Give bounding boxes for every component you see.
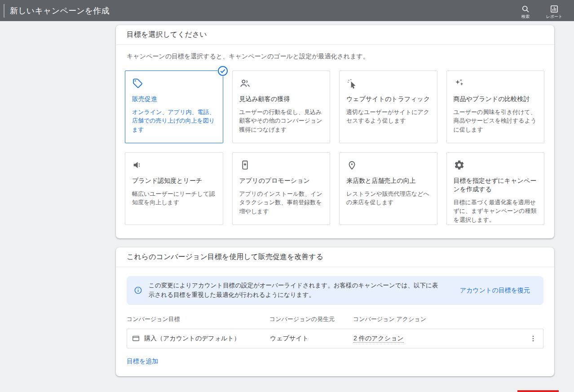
restore-account-goals-link[interactable]: アカウントの目標を復元 (460, 286, 536, 295)
header-actions: 検索 レポート (514, 2, 570, 20)
goal-title: 見込み顧客の獲得 (239, 95, 323, 103)
goal-description: 目標に基づく最適化案を適用せずに、まずキャンペーンの種類を選択します。 (454, 198, 538, 225)
report-icon (550, 4, 559, 13)
column-header-actions: コンバージョン アクション (353, 315, 543, 323)
goal-title: アプリのプロモーション (239, 176, 323, 185)
search-button[interactable]: 検索 (514, 2, 537, 20)
purchase-card-icon (132, 334, 140, 343)
goal-description: ユーザーの興味を引き付けて、商品やサービスを検討するように促します (454, 108, 538, 134)
conversion-card-title: これらのコンバージョン目標を使用して販売促進を改善する (116, 247, 554, 267)
conversion-table-row: 購入（アカウントのデフォルト） ウェブサイト 2 件のアクション (127, 329, 543, 348)
goal-title: ウェブサイトのトラフィック (346, 95, 430, 103)
selected-check-icon (217, 66, 228, 76)
goal-description: レストランや販売代理店などへの来店を促します (346, 189, 430, 207)
tag-icon (132, 78, 216, 89)
location-pin-icon (346, 159, 430, 171)
app-header: 新しいキャンペーンを作成 検索 レポート (0, 0, 574, 21)
row-menu-button[interactable] (529, 335, 538, 343)
goal-description: アプリのインストール数、インタラクション数、事前登録数を増やします (239, 189, 323, 216)
add-goal-link[interactable]: 目標を追加 (127, 357, 158, 365)
conversion-goal-cell: 購入（アカウントのデフォルト） (132, 334, 270, 343)
override-notice-banner: この変更によりアカウント目標の設定がオーバーライドされます。お客様のキャンペーン… (127, 276, 543, 305)
goal-tile-website-traffic[interactable]: ウェブサイトのトラフィック 適切なユーザーがサイトにアクセスするよう促します (339, 70, 437, 143)
goal-tile-sales[interactable]: 販売促進 オンライン、アプリ内、電話、店舗での売り上げの向上を図ります (125, 70, 223, 143)
report-button[interactable]: レポート (543, 2, 566, 20)
goal-description: 適切なユーザーがサイトにアクセスするよう促します (346, 108, 430, 125)
goal-tile-app-promotion[interactable]: アプリのプロモーション アプリのインストール数、インタラクション数、事前登録数を… (232, 152, 331, 225)
sparkles-icon (454, 78, 538, 89)
annotation-highlight-box (517, 390, 559, 392)
conversion-goals-card: これらのコンバージョン目標を使用して販売促進を改善する この変更によりアカウント… (116, 247, 554, 376)
cursor-click-icon (346, 78, 430, 89)
column-header-goal: コンバージョン目標 (127, 315, 269, 323)
gear-icon (454, 159, 538, 171)
goal-title: ブランド認知度とリーチ (132, 176, 216, 185)
goals-grid: 販売促進 オンライン、アプリ内、電話、店舗での売り上げの向上を図ります 見込み顧… (116, 69, 554, 238)
page: 新しいキャンペーンを作成 検索 レポート 目標を選択してください キャンペーンの… (0, 0, 574, 392)
goal-tile-brand-awareness[interactable]: ブランド認知度とリーチ 幅広いユーザーにリーチして認知度を向上します (125, 152, 223, 225)
goal-description: オンライン、アプリ内、電話、店舗での売り上げの向上を図ります (132, 108, 216, 134)
conversion-actions-link[interactable]: 2 件のアクション (353, 335, 404, 343)
page-title: 新しいキャンペーンを作成 (10, 5, 110, 16)
phone-install-icon (239, 159, 323, 171)
conversion-goal-label: 購入（アカウントのデフォルト） (144, 335, 240, 343)
goal-title: 目標を指定せずにキャンペーンを作成する (454, 176, 538, 194)
goal-tile-no-goal[interactable]: 目標を指定せずにキャンペーンを作成する 目標に基づく最適化案を適用せずに、まずキ… (446, 152, 545, 225)
conversion-source-cell: ウェブサイト (270, 335, 353, 343)
header-accent-line (4, 4, 4, 18)
add-goal-row: 目標を追加 (116, 348, 554, 376)
search-icon (521, 4, 530, 13)
column-header-source: コンバージョンの発生元 (269, 315, 353, 323)
goal-card-title: 目標を選択してください (116, 25, 554, 45)
goal-title: 商品やブランドの比較検討 (454, 95, 538, 103)
goal-description: 幅広いユーザーにリーチして認知度を向上します (132, 189, 216, 207)
report-label: レポート (546, 14, 563, 20)
goal-selection-card: 目標を選択してください キャンペーンの目標を選択すると、キャンペーンのゴールと設… (116, 25, 554, 238)
search-label: 検索 (521, 14, 530, 20)
goal-intro-text: キャンペーンの目標を選択すると、キャンペーンのゴールと設定が最適化されます。 (116, 45, 554, 69)
notice-text: この変更によりアカウント目標の設定がオーバーライドされます。お客様のキャンペーン… (149, 281, 440, 300)
main-content: 目標を選択してください キャンペーンの目標を選択すると、キャンペーンのゴールと設… (116, 21, 554, 392)
conversion-actions-cell: 2 件のアクション (353, 335, 529, 343)
goal-tile-consideration[interactable]: 商品やブランドの比較検討 ユーザーの興味を引き付けて、商品やサービスを検討するよ… (446, 70, 545, 143)
goal-title: 来店数と店舗売上の向上 (346, 176, 430, 185)
goal-tile-local-store-visits[interactable]: 来店数と店舗売上の向上 レストランや販売代理店などへの来店を促します (339, 152, 437, 225)
conversion-table-headers: コンバージョン目標 コンバージョンの発生元 コンバージョン アクション (116, 308, 554, 329)
goal-tile-leads[interactable]: 見込み顧客の獲得 ユーザーの行動を促し、見込み顧客やその他のコンバージョン獲得に… (232, 70, 331, 143)
goal-description: ユーザーの行動を促し、見込み顧客やその他のコンバージョン獲得につなげます (239, 108, 323, 134)
speaker-icon (132, 159, 216, 171)
goal-title: 販売促進 (132, 95, 216, 103)
people-icon (239, 78, 323, 89)
info-icon (134, 286, 142, 295)
